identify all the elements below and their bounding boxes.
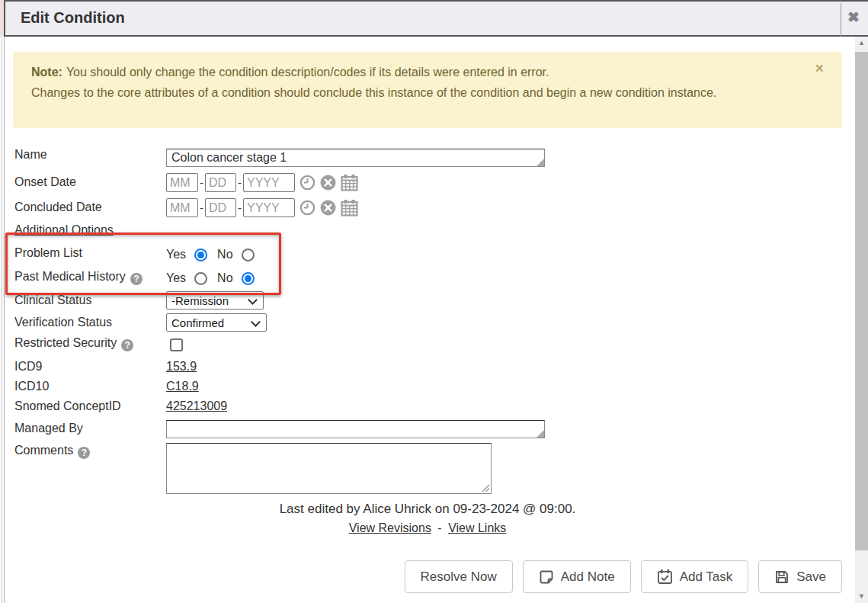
comments-textarea[interactable] — [166, 443, 492, 494]
view-revisions-link[interactable]: View Revisions — [349, 521, 431, 534]
problem-list-yes-label: Yes — [166, 248, 186, 261]
concluded-year-input[interactable] — [243, 198, 295, 217]
backdrop-line — [2, 37, 2, 603]
last-edited-text: Last edited by Alice Uhrick on 09-23-202… — [0, 502, 855, 517]
dialog-left-border — [4, 37, 5, 603]
name-field-wrap — [166, 149, 545, 167]
save-icon — [774, 569, 790, 585]
clinical-status-label: Clinical Status — [14, 293, 91, 307]
add-note-button[interactable]: Add Note — [523, 560, 631, 593]
icd10-label: ICD10 — [14, 380, 49, 393]
resolve-now-label: Resolve Now — [421, 569, 497, 585]
problem-list-options: Yes No — [166, 248, 255, 261]
calendar-check-icon — [657, 569, 673, 585]
managed-by-label: Managed By — [14, 422, 83, 435]
help-icon[interactable]: ? — [130, 273, 143, 285]
note-text-1: You should only change the condition des… — [66, 66, 549, 79]
note-banner: Note:You should only change the conditio… — [13, 52, 842, 128]
additional-options-link[interactable]: Additional Options — [14, 223, 114, 237]
restricted-security-checkbox[interactable] — [170, 338, 183, 351]
concluded-date-group: - - — [166, 198, 358, 217]
pmh-no-label: No — [217, 271, 232, 285]
pmh-yes-radio[interactable] — [194, 272, 207, 285]
problem-list-no-radio[interactable] — [242, 249, 255, 261]
onset-date-group: - - — [166, 173, 358, 192]
date-separator: - — [238, 201, 242, 214]
past-medical-history-options: Yes No — [166, 271, 255, 285]
save-button[interactable]: Save — [758, 560, 842, 593]
restricted-security-label: Restricted Security? — [14, 336, 133, 351]
managed-by-field-wrap — [166, 420, 545, 438]
calendar-icon[interactable] — [341, 174, 358, 191]
save-label: Save — [796, 569, 826, 585]
scroll-down-icon[interactable]: ▼ — [855, 590, 868, 603]
dialog-titlebar: Edit Condition ✖ — [4, 0, 868, 37]
chevron-down-icon — [248, 295, 258, 305]
add-note-label: Add Note — [561, 569, 615, 585]
calendar-icon[interactable] — [341, 199, 358, 217]
past-medical-history-label: Past Medical History? — [14, 270, 143, 285]
note-line-1: Note:You should only change the conditio… — [31, 62, 807, 82]
clear-date-icon[interactable] — [320, 175, 336, 191]
scrollbar-thumb[interactable] — [855, 52, 868, 550]
pmh-no-radio[interactable] — [242, 272, 255, 285]
highlight-annotation-box — [5, 233, 281, 295]
note-prefix: Note: — [31, 66, 62, 79]
problem-list-label: Problem List — [14, 246, 82, 260]
add-task-label: Add Task — [680, 569, 733, 585]
snomed-conceptid-link[interactable]: 425213009 — [166, 399, 227, 413]
snomed-conceptid-label: Snomed ConceptID — [14, 399, 121, 413]
concluded-date-label: Concluded Date — [14, 200, 102, 214]
vertical-scrollbar[interactable]: ▲ ▼ — [855, 37, 868, 603]
concluded-month-input[interactable] — [166, 198, 198, 217]
icd9-link[interactable]: 153.9 — [166, 360, 197, 374]
onset-month-input[interactable] — [166, 173, 198, 192]
name-label: Name — [14, 148, 47, 162]
view-links-link[interactable]: View Links — [448, 521, 506, 534]
clock-icon[interactable] — [299, 200, 315, 216]
clear-date-icon[interactable] — [320, 200, 336, 216]
clinical-status-select[interactable]: -Remission — [166, 291, 264, 310]
problem-list-no-label: No — [217, 248, 232, 261]
date-separator: - — [200, 176, 203, 189]
icd10-link[interactable]: C18.9 — [166, 380, 199, 393]
verification-status-value: Confirmed — [171, 316, 224, 329]
revision-links: View Revisions - View Links — [0, 521, 855, 535]
chevron-down-icon — [251, 317, 261, 327]
scroll-up-icon[interactable]: ▲ — [855, 37, 868, 50]
comments-label: Comments? — [14, 444, 90, 459]
onset-day-input[interactable] — [205, 173, 236, 192]
date-separator: - — [200, 201, 203, 214]
add-task-button[interactable]: Add Task — [641, 560, 749, 593]
links-separator: - — [437, 521, 441, 534]
problem-list-yes-radio[interactable] — [194, 249, 207, 261]
icd9-label: ICD9 — [14, 360, 42, 374]
managed-by-input[interactable] — [166, 420, 545, 438]
verification-status-label: Verification Status — [14, 316, 112, 329]
action-button-bar: Resolve Now Add Note Add Task Save — [0, 560, 842, 593]
dialog-title: Edit Condition — [21, 9, 125, 27]
resolve-now-button[interactable]: Resolve Now — [405, 560, 513, 593]
pmh-yes-label: Yes — [166, 271, 186, 285]
verification-status-select[interactable]: Confirmed — [166, 313, 267, 332]
date-separator: - — [238, 176, 242, 189]
note-text-2: Changes to the core attributes of a cond… — [31, 82, 807, 103]
concluded-day-input[interactable] — [205, 198, 236, 217]
clock-icon[interactable] — [299, 175, 315, 191]
close-icon[interactable]: ✖ — [847, 8, 860, 26]
name-input[interactable] — [166, 149, 545, 167]
onset-year-input[interactable] — [243, 173, 295, 192]
onset-date-label: Onset Date — [14, 175, 76, 189]
note-dismiss-icon[interactable]: ✕ — [815, 62, 825, 75]
help-icon[interactable]: ? — [78, 447, 90, 459]
help-icon[interactable]: ? — [121, 339, 133, 351]
titlebar-divider — [841, 3, 841, 37]
note-icon — [539, 569, 554, 585]
comments-field-wrap — [166, 443, 492, 494]
clinical-status-value: -Remission — [171, 294, 229, 307]
